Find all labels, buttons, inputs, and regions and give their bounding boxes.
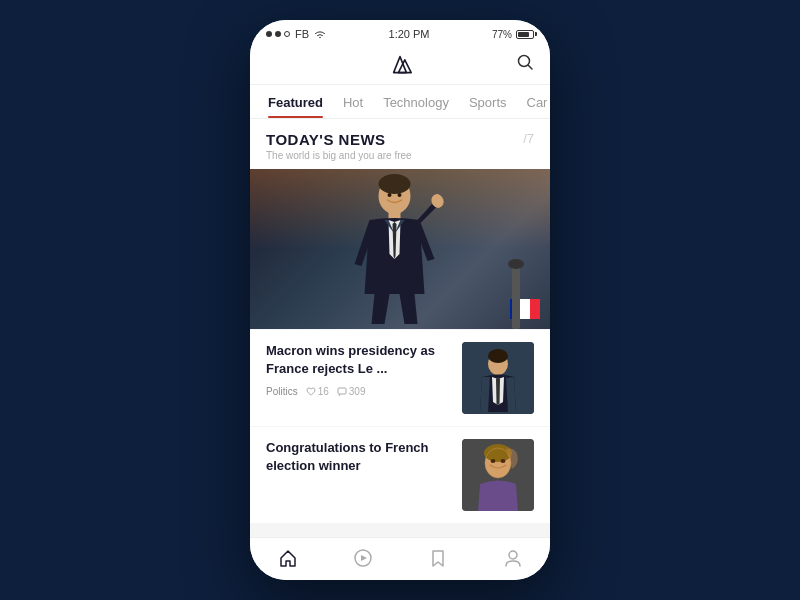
hillary-thumb-img: [462, 439, 534, 511]
person-figure: [340, 174, 450, 329]
search-icon: [516, 53, 534, 71]
nav-play[interactable]: [337, 546, 389, 570]
article-macron-comments: 309: [349, 386, 366, 397]
play-icon: [353, 548, 373, 568]
svg-point-23: [509, 551, 517, 559]
svg-point-20: [501, 459, 506, 463]
carrier-label: FB: [295, 28, 309, 40]
tab-technology[interactable]: Technology: [373, 85, 459, 118]
signal-dot-2: [275, 31, 281, 37]
today-title: TODAY'S NEWS: [266, 131, 412, 148]
tab-featured[interactable]: Featured: [258, 85, 333, 118]
article-french-election-thumb: [462, 439, 534, 511]
app-header: [250, 44, 550, 85]
svg-marker-22: [361, 555, 367, 561]
article-macron-text: Macron wins presidency as France rejects…: [266, 342, 452, 397]
macron-thumb-img: [462, 342, 534, 414]
tab-sports[interactable]: Sports: [459, 85, 517, 118]
nav-bookmark[interactable]: [412, 546, 464, 570]
today-info: TODAY'S NEWS The world is big and you ar…: [266, 131, 412, 161]
home-icon: [278, 548, 298, 568]
status-time: 1:20 PM: [389, 28, 430, 40]
svg-point-14: [488, 349, 508, 363]
article-macron-likes: 16: [318, 386, 329, 397]
article-macron-meta: Politics 16 309: [266, 386, 452, 397]
featured-image-bg: [250, 169, 550, 329]
svg-rect-10: [338, 388, 346, 394]
svg-point-19: [491, 459, 496, 463]
app-logo: [384, 50, 416, 76]
article-macron-title: Macron wins presidency as France rejects…: [266, 342, 452, 378]
podium-mic: [512, 259, 520, 329]
bottom-nav: [250, 537, 550, 580]
nav-home[interactable]: [262, 546, 314, 570]
tabs-container: Featured Hot Technology Sports Car: [250, 85, 550, 119]
tab-hot[interactable]: Hot: [333, 85, 373, 118]
battery-fill: [518, 32, 529, 37]
battery-percent: 77%: [492, 29, 512, 40]
article-macron[interactable]: Macron wins presidency as France rejects…: [250, 330, 550, 426]
svg-point-5: [379, 174, 411, 194]
article-french-election[interactable]: Congratulations to French election winne…: [250, 427, 550, 523]
wifi-icon: [314, 29, 326, 39]
svg-point-9: [398, 193, 402, 197]
article-french-election-text: Congratulations to French election winne…: [266, 439, 452, 475]
svg-line-3: [529, 66, 533, 70]
article-macron-thumb: [462, 342, 534, 414]
profile-icon: [503, 548, 523, 568]
comment-icon: [337, 387, 347, 397]
phone-container: FB 1:20 PM 77%: [250, 20, 550, 580]
status-left: FB: [266, 28, 326, 40]
today-section: TODAY'S NEWS The world is big and you ar…: [250, 119, 550, 169]
bookmark-icon: [428, 548, 448, 568]
signal-dot-3: [284, 31, 290, 37]
article-macron-category: Politics: [266, 386, 298, 397]
tab-car[interactable]: Car: [517, 85, 551, 118]
status-bar: FB 1:20 PM 77%: [250, 20, 550, 44]
search-button[interactable]: [516, 53, 534, 75]
battery-icon: [516, 30, 534, 39]
mic-head: [508, 259, 524, 269]
status-right: 77%: [492, 29, 534, 40]
article-french-election-title: Congratulations to French election winne…: [266, 439, 452, 475]
today-count: /7: [523, 131, 534, 146]
svg-point-2: [519, 56, 530, 67]
flag-red: [530, 299, 540, 319]
svg-point-8: [388, 193, 392, 197]
comments-container: 309: [337, 386, 366, 397]
flag-white: [520, 299, 530, 319]
featured-image[interactable]: [250, 169, 550, 329]
nav-profile[interactable]: [487, 546, 539, 570]
main-content: TODAY'S NEWS The world is big and you ar…: [250, 119, 550, 537]
signal-dot-1: [266, 31, 272, 37]
today-subtitle: The world is big and you are free: [266, 150, 412, 161]
likes-container: 16: [306, 386, 329, 397]
heart-icon: [306, 387, 316, 397]
